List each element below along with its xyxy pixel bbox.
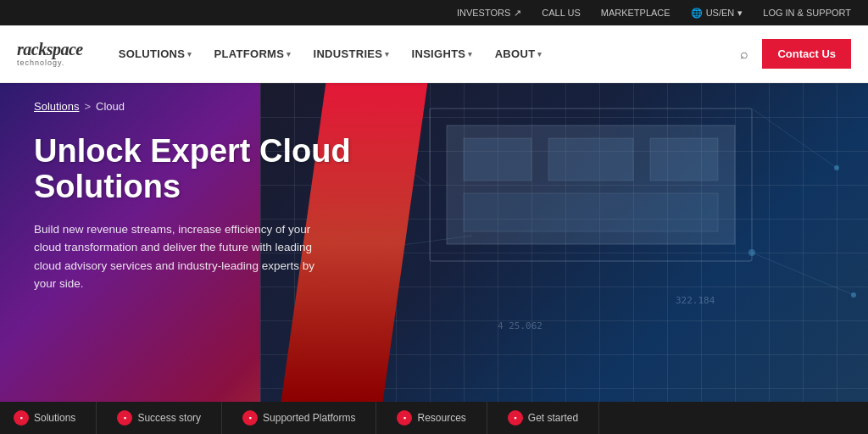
svg-rect-2 [464,138,531,181]
svg-point-14 [748,249,755,256]
svg-point-13 [851,292,856,298]
tab-get-started-icon: ▪ [508,410,523,426]
tab-resources[interactable]: ▪ Resources [376,402,487,434]
nav-item-insights[interactable]: INSIGHTS ▾ [403,41,481,67]
breadcrumb-separator: > [84,100,91,113]
svg-point-12 [834,165,839,170]
external-icon: ↗ [514,8,521,19]
tab-platforms-icon: ▪ [242,410,258,426]
breadcrumb-current: Cloud [96,100,125,113]
utility-bar: INVESTORS ↗ CALL US MARKETPLACE 🌐 US/EN … [0,0,868,25]
svg-rect-5 [464,193,718,231]
hero-section: 4 25.062 322.184 Solutions > Cloud Unloc… [0,83,868,402]
login-support-link[interactable]: LOG IN & SUPPORT [763,8,851,18]
tab-success-story[interactable]: ▪ Success story [97,402,222,434]
breadcrumb-solutions-link[interactable]: Solutions [34,100,79,113]
logo[interactable]: rackspace technology. [17,41,83,67]
chevron-down-icon: ▾ [537,50,542,58]
nav-right: ⌕ Contact Us [737,39,851,69]
tab-solutions-icon: ▪ [14,410,29,426]
locale-label: US/EN [706,8,735,18]
tab-solutions[interactable]: ▪ Solutions [0,402,97,434]
tab-success-icon: ▪ [117,410,132,426]
logo-text: rackspace [17,41,83,58]
search-icon[interactable]: ⌕ [737,43,752,65]
chevron-down-icon: ▾ [287,50,291,58]
chevron-down-icon: ▾ [737,8,743,19]
chevron-down-icon: ▾ [187,50,192,58]
svg-rect-4 [650,138,718,181]
nav-item-solutions[interactable]: SOLUTIONS ▾ [110,41,201,67]
chevron-down-icon: ▾ [468,50,472,58]
tab-get-started[interactable]: ▪ Get started [487,402,599,434]
svg-line-7 [752,108,837,168]
main-nav: rackspace technology. SOLUTIONS ▾ PLATFO… [0,25,868,83]
tab-supported-platforms[interactable]: ▪ Supported Platforms [222,402,376,434]
globe-icon: 🌐 [691,8,703,19]
svg-text:322.184: 322.184 [676,295,715,306]
nav-item-industries[interactable]: INDUSTRIES ▾ [305,41,398,67]
nav-links: SOLUTIONS ▾ PLATFORMS ▾ INDUSTRIES ▾ INS… [110,41,737,67]
nav-item-platforms[interactable]: PLATFORMS ▾ [206,41,300,67]
nav-item-about[interactable]: ABOUT ▾ [487,41,551,67]
hero-title: Unlock Expert Cloud Solutions [34,134,373,205]
breadcrumb: Solutions > Cloud [34,100,125,113]
investors-link[interactable]: INVESTORS ↗ [457,8,521,19]
contact-us-button[interactable]: Contact Us [762,39,851,69]
svg-text:4 25.062: 4 25.062 [498,320,542,331]
call-us-link[interactable]: CALL US [542,8,580,18]
marketplace-link[interactable]: MARKETPLACE [601,8,670,18]
hero-content: Unlock Expert Cloud Solutions Build new … [34,134,373,293]
chevron-down-icon: ▾ [385,50,389,58]
hero-subtitle: Build new revenue streams, increase effi… [34,220,339,293]
tab-bar: ▪ Solutions ▪ Success story ▪ Supported … [0,402,868,434]
locale-selector[interactable]: 🌐 US/EN ▾ [691,8,743,19]
investors-label: INVESTORS [457,8,510,18]
tab-resources-icon: ▪ [397,410,412,426]
svg-line-9 [752,253,854,295]
svg-rect-3 [548,138,633,181]
logo-sub: technology. [17,59,83,67]
